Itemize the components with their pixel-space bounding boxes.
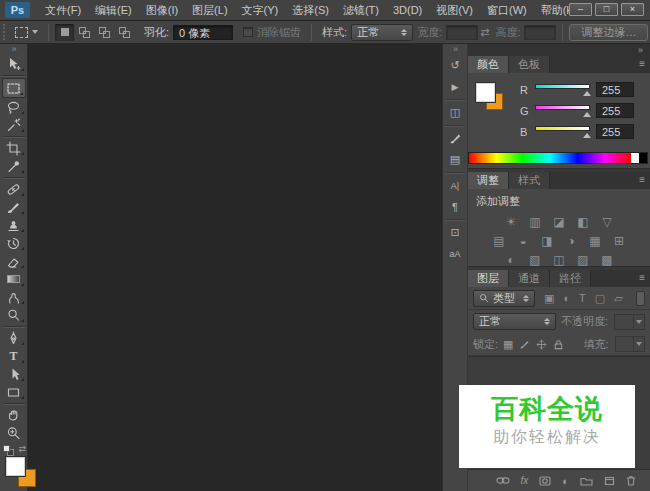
tab-adjustments[interactable]: 调整 [468,172,509,189]
tool-preset-picker[interactable] [11,27,42,38]
subtract-from-selection-button[interactable] [95,24,114,41]
zoom-tool[interactable] [2,424,26,442]
levels-icon[interactable]: ▥ [528,216,542,229]
magic-wand-tool[interactable] [2,116,26,134]
menu-select[interactable]: 选择(S) [285,3,336,18]
menu-filter[interactable]: 滤镜(T) [336,3,386,18]
antialias-checkbox[interactable] [243,27,253,37]
spectrum-gradient[interactable] [469,153,631,163]
hand-tool[interactable] [2,406,26,424]
character-panel-icon[interactable]: A| [443,175,467,196]
brightness-contrast-icon[interactable]: ☀ [504,216,518,229]
shape-tool[interactable] [2,383,26,401]
properties-panel-icon[interactable]: ◫ [443,102,467,123]
gradient-tool[interactable] [2,270,26,288]
menu-file[interactable]: 文件(F) [38,3,88,18]
options-bar-grip[interactable] [3,24,6,40]
dodge-tool[interactable] [2,306,26,324]
intersect-selection-button[interactable] [115,24,134,41]
menu-layer[interactable]: 图层(L) [185,3,234,18]
menu-image[interactable]: 图像(I) [139,3,185,18]
brush-panel-icon[interactable] [443,128,467,149]
swap-colors-icon[interactable]: ⇄ [18,444,26,455]
blend-mode-dropdown[interactable]: 正常 [473,313,556,330]
delete-layer-icon[interactable] [626,475,636,486]
clone-stamp-tool[interactable] [2,216,26,234]
color-balance-icon[interactable]: ◒ [516,235,530,248]
type-tool[interactable]: T [2,347,26,365]
menu-window[interactable]: 窗口(W) [480,3,534,18]
tab-layers[interactable]: 图层 [468,270,509,287]
close-button[interactable]: × [621,3,644,16]
filter-shape-layers-icon[interactable]: ▢ [595,291,605,306]
layer-mask-icon[interactable] [539,476,551,486]
red-slider-handle[interactable] [583,91,591,96]
lock-pixels-icon[interactable] [519,339,530,350]
panels-collapse-icon[interactable]: » [638,45,643,56]
style-dropdown[interactable]: 正常 [351,24,413,41]
tab-channels[interactable]: 通道 [509,270,550,287]
filter-pixel-layers-icon[interactable]: ▣ [544,291,554,306]
photo-filter-icon[interactable]: ◑ [564,235,578,248]
curves-icon[interactable]: ◪ [552,216,566,229]
filter-kind-dropdown[interactable]: 类型 [473,290,535,307]
healing-brush-tool[interactable] [2,180,26,198]
tab-swatches[interactable]: 色板 [509,56,550,73]
link-layers-icon[interactable] [496,476,510,485]
filter-toggle-switch[interactable] [636,291,645,306]
green-slider-handle[interactable] [583,112,591,117]
eyedropper-tool[interactable] [2,157,26,175]
chevron-down-icon[interactable] [633,315,644,329]
filter-adjustment-layers-icon[interactable]: ◐ [563,291,570,306]
tab-paths[interactable]: 路径 [550,270,591,287]
pen-tool[interactable] [2,329,26,347]
opacity-input[interactable] [614,314,645,330]
menu-edit[interactable]: 编辑(E) [88,3,139,18]
paragraph-panel-icon[interactable]: ¶ [443,196,467,217]
new-layer-icon[interactable] [604,476,615,486]
layer-style-icon[interactable]: fx [521,475,529,486]
height-input[interactable] [524,25,556,40]
new-adjustment-layer-icon[interactable]: ◐ [562,475,569,487]
eraser-tool[interactable] [2,252,26,270]
add-to-selection-button[interactable] [75,24,94,41]
dock-collapse-icon[interactable]: » [453,44,457,55]
filter-smart-object-icon[interactable]: ▱ [614,291,622,306]
spectrum-white-swatch[interactable] [631,153,639,163]
blue-channel-slider[interactable] [535,124,590,139]
hue-saturation-icon[interactable]: ▤ [492,235,506,248]
lock-position-icon[interactable] [536,339,547,350]
feather-input[interactable]: 0 像素 [173,25,233,40]
maximize-button[interactable]: □ [595,3,618,16]
rectangular-marquee-tool[interactable] [2,78,26,98]
tab-color[interactable]: 颜色 [468,56,509,73]
crop-tool[interactable] [2,139,26,157]
swap-dimensions-icon[interactable]: ⇄ [480,26,489,39]
panel-menu-icon[interactable]: ≡ [639,174,645,185]
toolbar-collapse-icon[interactable]: » [11,44,15,55]
minimize-button[interactable]: – [569,3,592,16]
smudge-tool[interactable] [2,288,26,306]
spectrum-black-swatch[interactable] [639,153,647,163]
width-input[interactable] [446,25,478,40]
menu-type[interactable]: 文字(Y) [235,3,286,18]
red-value-input[interactable]: 255 [596,82,634,97]
chevron-down-icon[interactable] [633,337,644,351]
foreground-color-swatch[interactable] [6,457,25,476]
panel-menu-icon[interactable]: ≡ [639,58,645,69]
fill-input[interactable] [615,336,645,352]
move-tool[interactable] [2,55,26,73]
document-canvas-area[interactable] [28,44,442,491]
black-white-icon[interactable]: ◨ [540,235,554,248]
panel-menu-icon[interactable]: ≡ [639,272,645,283]
menu-view[interactable]: 视图(V) [429,3,480,18]
menu-3d[interactable]: 3D(D) [386,4,429,16]
vibrance-icon[interactable]: ▽ [600,216,614,229]
path-selection-tool[interactable] [2,365,26,383]
filter-type-layers-icon[interactable]: T [579,291,586,306]
lock-transparency-icon[interactable]: ▦ [503,338,513,351]
lock-all-icon[interactable] [553,339,564,350]
brush-presets-panel-icon[interactable]: ▤ [443,149,467,170]
new-selection-button[interactable] [55,24,74,41]
blue-value-input[interactable]: 255 [596,124,634,139]
